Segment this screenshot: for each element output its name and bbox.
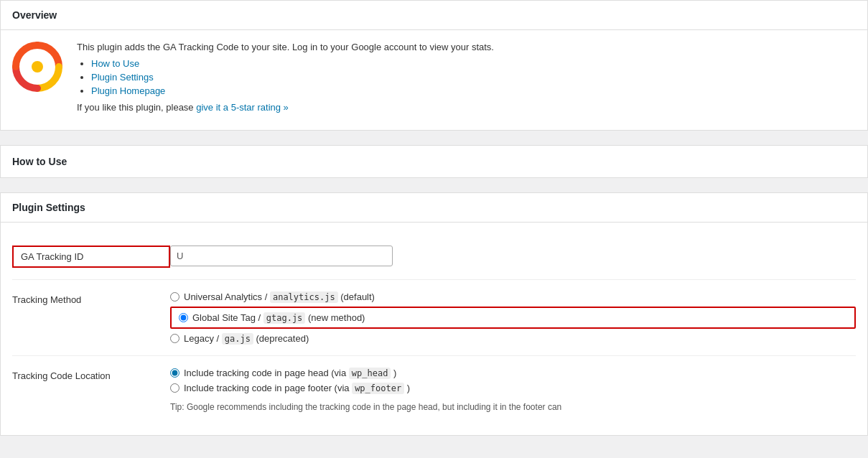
plugin-settings-section: Plugin Settings GA Tracking ID Tracking …: [0, 192, 868, 436]
overview-title: Overview: [12, 9, 856, 21]
tracking-code-location-label: Tracking Code Location: [12, 368, 170, 381]
legacy-code: ga.js: [222, 333, 253, 345]
ga-tracking-id-label: GA Tracking ID: [12, 246, 170, 268]
plugin-settings-link-item: Plugin Settings: [91, 72, 494, 83]
plugin-settings-title: Plugin Settings: [12, 202, 856, 213]
svg-point-2: [32, 61, 43, 73]
how-to-use-link[interactable]: How to Use: [91, 58, 139, 69]
overview-header: Overview: [1, 1, 867, 30]
ua-radio[interactable]: [170, 292, 179, 302]
footer-radio[interactable]: [170, 383, 179, 393]
ua-option: Universal Analytics / analytics.js (defa…: [170, 291, 856, 302]
how-to-use-section: How to Use: [0, 145, 868, 178]
tracking-method-control: Universal Analytics / analytics.js (defa…: [170, 291, 856, 344]
how-to-use-title: How to Use: [12, 156, 856, 167]
plugin-settings-link[interactable]: Plugin Settings: [91, 72, 154, 83]
plugin-settings-body: GA Tracking ID Tracking Method Universal…: [1, 223, 867, 435]
ga-tracking-id-input[interactable]: [170, 246, 393, 266]
overview-body: This plugin adds the GA Tracking Code to…: [1, 30, 867, 130]
ua-label[interactable]: Universal Analytics / analytics.js (defa…: [184, 291, 375, 302]
gtag-code: gtag.js: [263, 312, 306, 324]
legacy-label[interactable]: Legacy / ga.js (deprecated): [184, 333, 309, 344]
tracking-method-row: Tracking Method Universal Analytics / an…: [12, 280, 856, 356]
tracking-code-location-control: Include tracking code in page head (via …: [170, 368, 856, 412]
ga-logo-container: [12, 42, 62, 92]
wp-footer-code: wp_footer: [352, 383, 404, 394]
footer-option: Include tracking code in page footer (vi…: [170, 383, 856, 393]
overview-links-list: How to Use Plugin Settings Plugin Homepa…: [77, 58, 494, 96]
tracking-code-location-radio-group: Include tracking code in page head (via …: [170, 368, 856, 412]
how-to-use-link-item: How to Use: [91, 58, 494, 69]
footer-label[interactable]: Include tracking code in page footer (vi…: [184, 383, 410, 393]
head-option: Include tracking code in page head (via …: [170, 368, 856, 378]
legacy-radio[interactable]: [170, 334, 179, 343]
overview-description: This plugin adds the GA Tracking Code to…: [77, 42, 494, 52]
overview-content: This plugin adds the GA Tracking Code to…: [12, 42, 856, 118]
legacy-option: Legacy / ga.js (deprecated): [170, 333, 856, 344]
gtag-option-highlighted: Global Site Tag / gtag.js (new method): [170, 307, 856, 329]
overview-section: Overview: [0, 0, 868, 131]
ga-tracking-id-control: [170, 246, 856, 266]
plugin-settings-header: Plugin Settings: [1, 193, 867, 223]
gtag-radio[interactable]: [179, 313, 188, 322]
ua-code: analytics.js: [270, 291, 338, 303]
page-wrapper: Overview: [0, 0, 868, 436]
gtag-label[interactable]: Global Site Tag / gtag.js (new method): [192, 312, 365, 323]
tracking-method-radio-group: Universal Analytics / analytics.js (defa…: [170, 291, 856, 344]
rating-link[interactable]: give it a 5-star rating »: [196, 102, 289, 113]
ga-logo-icon: [12, 42, 62, 92]
overview-text: This plugin adds the GA Tracking Code to…: [77, 42, 494, 118]
rating-text: If you like this plugin, please give it …: [77, 102, 494, 113]
tracking-code-location-row: Tracking Code Location Include tracking …: [12, 356, 856, 424]
head-radio[interactable]: [170, 368, 179, 378]
tracking-code-tip: Tip: Google recommends including the tra…: [170, 402, 856, 412]
tracking-method-label: Tracking Method: [12, 291, 170, 305]
head-label[interactable]: Include tracking code in page head (via …: [184, 368, 396, 378]
plugin-homepage-link-item: Plugin Homepage: [91, 85, 494, 96]
wp-head-code: wp_head: [349, 368, 391, 379]
plugin-homepage-link[interactable]: Plugin Homepage: [91, 85, 165, 96]
ga-tracking-id-row: GA Tracking ID: [12, 234, 856, 280]
